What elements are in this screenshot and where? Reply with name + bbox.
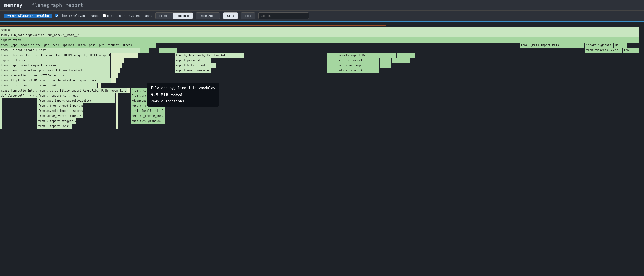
table-row: runpy.run_path(args.script, run_name="__… [0,32,644,38]
fg-block[interactable] [0,124,2,128]
fg-block[interactable]: from .. import to_thread [37,93,116,98]
fg-block[interactable]: @dataclass(eq=Fa... [131,98,165,103]
fg-block[interactable] [116,93,118,98]
fg-block[interactable]: from ..streams.sta... [131,93,165,98]
fg-block[interactable] [116,103,118,108]
table-row: from . import locks [0,124,644,128]
fg-block[interactable] [140,48,150,53]
fg-block[interactable]: return _create_fn(... [131,114,165,118]
fg-block[interactable]: from .._synchronization import Lock [37,78,111,83]
table-row: import httpx [0,38,644,42]
fg-block[interactable]: def close(self) -> N... [0,93,37,98]
fg-block[interactable] [0,114,2,118]
fg-block[interactable]: from ._models import Req... [326,53,382,58]
fg-block[interactable] [392,58,410,63]
fg-block[interactable]: from ._api import delete, get, head, opt… [0,42,140,48]
fg-block[interactable]: import parse_ht... [175,58,212,63]
hide-irrelevant-label[interactable]: Hide Irrelevant Frames [55,14,99,18]
fg-rows: <root>runpy.run_path(args.script, run_na… [0,27,644,128]
fg-block[interactable]: t Auth, BasicAuth, FunctionAuth [175,53,244,58]
fg-block[interactable]: from ._core._socke... [131,88,168,93]
fg-block[interactable]: return _process_cl... [131,103,165,108]
fg-block[interactable] [128,88,130,93]
fg-block[interactable]: from .base_events import * [37,114,83,118]
app-title: memray flamegraph report [4,2,83,8]
fg-block[interactable] [111,53,138,58]
fg-block[interactable]: from asyncio import iscoroutine [37,108,83,114]
icicles-icon: ≡ [187,14,188,17]
fg-block[interactable]: <root> [0,27,640,32]
fg-block[interactable] [159,48,177,53]
fg-block[interactable] [0,98,2,103]
reset-zoom-button[interactable]: Reset Zoom [196,12,220,19]
search-input[interactable] [258,12,309,19]
fg-block[interactable]: _init_fn(all_init_fie... [131,108,165,114]
fg-block[interactable]: im... [614,42,628,48]
table-row: from .base_events import *return _create… [0,114,644,118]
fg-block[interactable]: exec(txt, globals, ... [131,118,165,124]
fg-block[interactable] [116,108,118,114]
fg-block[interactable] [380,63,392,68]
icicles-button[interactable]: Icicles ≡ [173,13,192,19]
fg-block[interactable] [396,53,415,58]
fg-block[interactable]: from ._client import Client [0,48,140,53]
hide-irrelevant-checkbox[interactable] [55,14,58,18]
fg-block[interactable]: runpy.run_path(args.script, run_name="__… [0,32,640,38]
flames-button[interactable]: Flames [156,13,173,19]
table-row: from ..from_thread import Bloc...return … [0,103,644,108]
fg-block[interactable]: fro... [623,48,639,53]
fg-block[interactable]: from .connection import HTTPConnection [0,73,110,78]
fg-block[interactable]: from ..from_thread import Bloc... [37,103,83,108]
report-type: flamegraph report [32,2,83,8]
fg-block[interactable] [116,124,118,128]
fg-block[interactable] [382,53,396,58]
fg-block[interactable]: import httpx [0,38,640,42]
fg-block[interactable] [140,42,156,48]
fg-block[interactable]: from ._content import... [326,58,380,63]
fg-block[interactable]: from . import stagger... [37,118,76,124]
fg-block[interactable] [380,58,392,63]
fg-block[interactable] [116,118,118,124]
fg-block[interactable] [111,78,116,83]
table-row: def close(self) -> N...from .. import to… [0,93,644,98]
fg-block[interactable]: from ._utils import ( [326,68,380,73]
stats-button[interactable]: Stats [223,12,238,19]
fg-block[interactable]: import anyio [37,83,97,88]
fg-block[interactable]: from ._multipart impo... [326,63,380,68]
fg-block[interactable]: from . import locks [37,124,72,128]
table-row: from .interfaces imp...import anyio [0,83,644,88]
fg-block[interactable] [111,63,122,68]
fg-block[interactable]: import http.client [175,63,216,68]
flamegraph-stripe [0,22,644,27]
fg-block[interactable]: from ._transports.default import AsyncHT… [0,53,110,58]
fg-block[interactable]: class ConnectionInt... [0,88,37,93]
fg-block[interactable] [0,108,2,114]
fg-block[interactable] [0,118,2,124]
hide-import-label[interactable]: Hide Import System Frames [102,14,152,18]
fg-block[interactable]: from ._core._fileio import AsyncFile, Pa… [37,88,127,93]
fg-block[interactable] [111,68,120,73]
fg-block[interactable] [111,58,125,63]
toolbar: Python Allocator: pymalloc Hide Irreleva… [0,10,644,22]
help-button[interactable]: Help [241,12,255,19]
table-row: from asyncio import iscoroutine_init_fn(… [0,108,644,114]
fg-block[interactable]: from .abc import CapacityLimiter [37,98,116,103]
fg-block[interactable] [116,98,118,103]
fg-block[interactable] [111,73,118,78]
fg-block[interactable]: import httpcore [0,58,110,63]
fg-block[interactable]: import pygments.lexers [585,42,613,48]
fg-block[interactable]: from ._main import main [520,42,584,48]
fg-block[interactable]: from ._sync.connection_pool import Conne… [0,68,110,73]
table-row: from .http11 import HT...from .._synchro… [0,78,644,83]
hide-import-checkbox[interactable] [102,14,106,18]
header: memray flamegraph report [0,0,644,10]
fg-block[interactable]: from .interfaces imp... [0,83,37,88]
fg-block[interactable] [0,103,2,108]
flamegraph-area[interactable]: File app.py, line 1 in <module> 9.5 MiB … [0,27,644,128]
fg-block[interactable] [116,114,118,118]
fg-block[interactable]: from ._api import request, stream [0,63,110,68]
fg-block[interactable]: from pygments.lexer... [585,48,622,53]
fg-block[interactable]: import email.message [175,68,212,73]
fg-block[interactable]: from .http11 import HT... [0,78,37,83]
fg-block[interactable] [98,83,101,88]
